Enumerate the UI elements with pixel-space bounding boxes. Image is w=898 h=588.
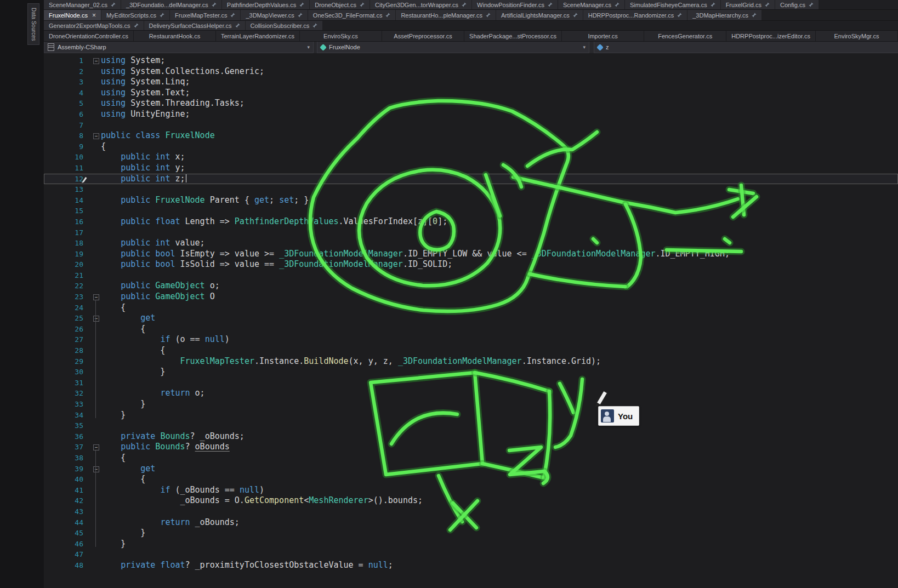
close-icon[interactable]: × — [92, 12, 96, 19]
code-line-43[interactable]: 43 — [44, 506, 898, 517]
code-text[interactable]: using System.Text; — [101, 88, 898, 99]
code-line-20[interactable]: 20 public bool IsSolid => value == _3DFo… — [44, 259, 898, 270]
pin-icon[interactable] — [299, 2, 304, 7]
pin-icon[interactable] — [160, 13, 164, 18]
code-text[interactable]: using UnityEngine; — [101, 109, 898, 120]
code-text[interactable] — [101, 270, 898, 281]
code-line-30[interactable]: 30 } — [44, 367, 898, 378]
code-line-29[interactable]: 29 FruxelMapTester.Instance.BuildNode(x,… — [44, 356, 898, 367]
code-text[interactable]: public int x; — [101, 152, 898, 163]
code-text[interactable]: } — [101, 367, 898, 378]
code-text[interactable] — [101, 506, 898, 517]
pin-icon[interactable] — [212, 2, 217, 7]
code-text[interactable]: public int z; — [101, 174, 898, 185]
code-line-37[interactable]: 37− public Bounds? oBounds — [44, 442, 898, 453]
tab-collisionsubscriber-cs[interactable]: CollisionSubscriber.cs — [246, 21, 323, 30]
code-line-9[interactable]: 9{ — [44, 141, 898, 152]
code-text[interactable]: public int y; — [101, 163, 898, 174]
tab-fruxelnode-cs[interactable]: FruxelNode.cs× — [44, 10, 101, 20]
code-line-13[interactable]: 13 — [44, 184, 898, 195]
tab-hdrppostproc-izereditor-cs[interactable]: HDRPPostproc...izerEditor.cs — [726, 31, 816, 41]
code-text[interactable]: { — [101, 474, 898, 485]
code-line-3[interactable]: 3using System.Linq; — [44, 77, 898, 88]
pin-icon[interactable] — [298, 13, 303, 18]
type-dropdown[interactable]: FruxelNode ▾ — [317, 42, 589, 53]
tab-scenemanager-02-cs[interactable]: SceneManager_02.cs — [44, 0, 121, 9]
pin-icon[interactable] — [230, 13, 235, 18]
code-line-22[interactable]: 22 public GameObject o; — [44, 281, 898, 292]
tab-restaurantho-plemanager-cs[interactable]: RestaurantHo...pleManager.cs — [396, 10, 496, 20]
tab-droneobject-cs[interactable]: DroneObject.cs — [310, 0, 370, 9]
pin-icon[interactable] — [677, 13, 682, 18]
code-line-46[interactable]: 46 } — [44, 539, 898, 550]
tab--3dmaphierarchy-cs[interactable]: _3DMapHierarchy.cs — [687, 10, 761, 20]
pin-icon[interactable] — [462, 2, 467, 7]
code-text[interactable]: if (_oBounds == null) — [101, 485, 898, 496]
code-line-19[interactable]: 19 public bool IsEmpty => value >= _3DFo… — [44, 249, 898, 260]
collapse-icon[interactable]: − — [93, 58, 99, 64]
code-text[interactable]: } — [101, 528, 898, 539]
data-sources-tab[interactable]: Data Sources — [27, 3, 39, 45]
code-line-41[interactable]: 41 if (_oBounds == null) — [44, 485, 898, 496]
tab-artificiallightsmanager-cs[interactable]: ArtificialLightsManager.cs — [496, 10, 583, 20]
pin-icon[interactable] — [765, 2, 770, 7]
code-line-31[interactable]: 31 — [44, 378, 898, 389]
code-text[interactable]: { — [101, 453, 898, 464]
code-line-15[interactable]: 15 — [44, 205, 898, 216]
tab-shaderpackage-stprocessor-cs[interactable]: ShaderPackage...stProcessor.cs — [464, 31, 562, 41]
tab-enviroskymgr-cs[interactable]: EnviroSkyMgr.cs — [816, 31, 898, 41]
tab-citygen3dgen-torwrapper-cs[interactable]: CityGen3DGen...torWrapper.cs — [370, 0, 471, 9]
pin-icon[interactable] — [134, 23, 139, 28]
code-text[interactable]: { — [101, 324, 898, 335]
tab-scenemanager-cs[interactable]: SceneManager.cs — [558, 0, 624, 9]
code-line-44[interactable]: 44 return _oBounds; — [44, 517, 898, 528]
code-line-47[interactable]: 47 — [44, 549, 898, 560]
code-line-21[interactable]: 21 — [44, 270, 898, 281]
code-line-48[interactable]: 48 private float? _proximityToClosestObs… — [44, 560, 898, 571]
tab-envirosky-cs[interactable]: EnviroSky.cs — [300, 31, 382, 41]
tab-onesec3d-fileformat-cs[interactable]: OneSec3D_FileFormat.cs — [308, 10, 396, 20]
tab-importer-cs[interactable]: Importer.cs — [562, 31, 644, 41]
code-text[interactable]: { — [101, 302, 898, 313]
code-line-2[interactable]: 2using System.Collections.Generic; — [44, 66, 898, 77]
code-text[interactable] — [101, 227, 898, 238]
tab-terrainlayerrandomizer-cs[interactable]: TerrainLayerRandomizer.cs — [216, 31, 300, 41]
code-text[interactable] — [101, 205, 898, 216]
pin-icon[interactable] — [235, 23, 240, 28]
code-text[interactable] — [101, 549, 898, 560]
code-text[interactable]: public Bounds? oBounds — [101, 442, 898, 453]
code-line-38[interactable]: 38 { — [44, 453, 898, 464]
code-text[interactable]: } — [101, 410, 898, 421]
collapse-icon[interactable]: − — [93, 466, 99, 472]
chevron-down-icon[interactable]: ▾ — [583, 44, 586, 50]
code-line-28[interactable]: 28 { — [44, 345, 898, 356]
code-text[interactable]: using System.Collections.Generic; — [101, 66, 898, 77]
code-text[interactable]: using System.Linq; — [101, 77, 898, 88]
code-line-35[interactable]: 35 — [44, 420, 898, 431]
code-text[interactable]: public GameObject o; — [101, 281, 898, 292]
code-line-42[interactable]: 42 _oBounds = O.GetComponent<MeshRendere… — [44, 495, 898, 506]
tab-fruxelmaptester-cs[interactable]: FruxelMapTester.cs — [170, 10, 240, 20]
code-line-24[interactable]: 24 { — [44, 302, 898, 313]
tab-fruxelgrid-cs[interactable]: FruxelGrid.cs — [721, 0, 775, 9]
code-line-32[interactable]: 32 return o; — [44, 388, 898, 399]
tab-pathfinderdepthvalues-cs[interactable]: PathfinderDepthValues.cs — [222, 0, 309, 9]
pin-icon[interactable] — [573, 13, 578, 18]
code-line-6[interactable]: 6using UnityEngine; — [44, 109, 898, 120]
tab-simulatedfisheyecamera-cs[interactable]: SimulatedFisheyeCamera.cs — [625, 0, 720, 9]
code-text[interactable]: private float? _proximityToClosestObstac… — [101, 560, 898, 571]
tab-deliverysurfaceclasshelper-cs[interactable]: DeliverySurfaceClassHelper.cs — [144, 21, 245, 30]
pin-icon[interactable] — [111, 2, 116, 7]
code-text[interactable]: get — [101, 464, 898, 475]
tab--3dmapviewer-cs[interactable]: _3DMapViewer.cs — [241, 10, 307, 20]
code-text[interactable]: if (o == null) — [101, 334, 898, 345]
code-line-25[interactable]: 25− get — [44, 313, 898, 324]
code-text[interactable] — [101, 420, 898, 431]
code-editor[interactable]: 1−using System;2using System.Collections… — [44, 53, 898, 588]
pin-icon[interactable] — [711, 2, 715, 7]
code-line-45[interactable]: 45 } — [44, 528, 898, 539]
collapse-icon[interactable]: − — [93, 294, 99, 300]
pin-icon[interactable] — [360, 2, 365, 7]
pin-icon[interactable] — [615, 2, 619, 7]
code-line-4[interactable]: 4using System.Text; — [44, 88, 898, 99]
